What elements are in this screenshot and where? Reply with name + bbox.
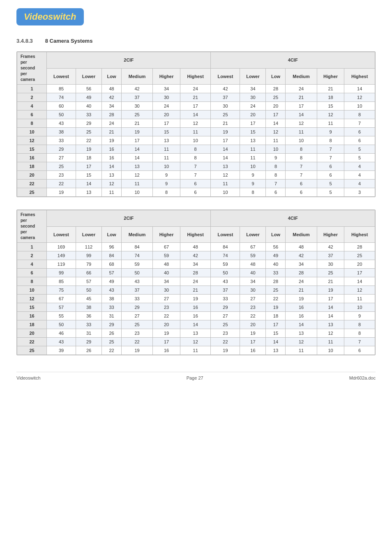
data-cell: 17: [240, 119, 266, 128]
data-cell: 84: [102, 251, 122, 260]
data-cell: 50: [121, 269, 152, 277]
table-row: 10755043373021373025211912: [17, 286, 375, 295]
data-cell: 29: [76, 119, 102, 128]
data-cell: 56: [76, 85, 102, 93]
data-cell: 19: [180, 295, 211, 303]
data-cell: 13: [317, 320, 344, 329]
data-cell: 34: [180, 260, 211, 269]
data-cell: 19: [121, 128, 152, 136]
data-cell: 28: [266, 85, 286, 93]
data-cell: 12: [317, 111, 344, 119]
data-cell: 17: [153, 338, 180, 346]
data-cell: 11: [102, 188, 122, 197]
logo-text: Videoswitch: [24, 12, 76, 22]
data-cell: 16: [180, 312, 211, 320]
data-cell: 5: [317, 180, 344, 188]
data-cell: 17: [266, 111, 286, 119]
data-cell: 25: [47, 162, 76, 171]
frame-number-cell: 12: [17, 295, 47, 303]
data-cell: 48: [180, 243, 211, 251]
data-cell: 34: [286, 260, 317, 269]
data-cell: 23: [153, 303, 180, 312]
logo-v: V: [24, 12, 30, 22]
data-cell: 33: [76, 111, 102, 119]
data-cell: 12: [344, 286, 375, 295]
data-cell: 27: [47, 154, 76, 162]
data-cell: 27: [153, 295, 180, 303]
data-cell: 18: [76, 154, 102, 162]
table-row: 2539262219161119161311106: [17, 346, 375, 355]
data-cell: 50: [76, 286, 102, 295]
table-row: 103825211915111915121196: [17, 128, 375, 136]
data-cell: 29: [102, 320, 122, 329]
footer: Videoswitch Page 27 Mdr602a.doc: [16, 372, 376, 380]
t2-col-medium2: Medium: [286, 226, 317, 243]
data-cell: 11: [240, 154, 266, 162]
data-cell: 19: [240, 329, 266, 338]
data-cell: 10: [286, 136, 317, 145]
data-cell: 67: [153, 243, 180, 251]
data-cell: 20: [240, 111, 266, 119]
data-cell: 11: [153, 154, 180, 162]
data-cell: 14: [286, 320, 317, 329]
data-cell: 21: [102, 128, 122, 136]
data-cell: 17: [76, 162, 102, 171]
data-cell: 4: [344, 180, 375, 188]
data-cell: 49: [266, 251, 286, 260]
data-cell: 37: [211, 286, 240, 295]
table-row: 6996657504028504033282517: [17, 269, 375, 277]
data-cell: 14: [286, 111, 317, 119]
data-cell: 8: [240, 188, 266, 197]
data-cell: 11: [180, 346, 211, 355]
data-cell: 59: [153, 251, 180, 260]
data-cell: 13: [121, 162, 152, 171]
data-cell: 14: [211, 154, 240, 162]
data-cell: 84: [211, 243, 240, 251]
data-cell: 42: [121, 85, 152, 93]
table2-2cif-header: 2CIF: [47, 210, 211, 227]
data-cell: 99: [76, 251, 102, 260]
data-cell: 34: [240, 277, 266, 286]
data-cell: 48: [286, 243, 317, 251]
data-cell: 30: [240, 286, 266, 295]
data-cell: 17: [211, 136, 240, 145]
data-cell: 11: [240, 145, 266, 154]
data-cell: 21: [211, 119, 240, 128]
data-cell: 11: [180, 128, 211, 136]
frame-number-cell: 1: [17, 85, 47, 93]
t1-col-lowest2: Lowest: [211, 68, 240, 85]
data-cell: 28: [180, 269, 211, 277]
data-cell: 169: [47, 243, 76, 251]
data-cell: 31: [76, 329, 102, 338]
table-row: 2222141211961197654: [17, 180, 375, 188]
data-cell: 6: [286, 188, 317, 197]
data-cell: 33: [102, 303, 122, 312]
data-cell: 38: [47, 128, 76, 136]
data-cell: 13: [153, 136, 180, 145]
data-cell: 23: [240, 303, 266, 312]
data-cell: 19: [153, 329, 180, 338]
data-cell: 43: [47, 119, 76, 128]
data-cell: 29: [47, 145, 76, 154]
data-cell: 8: [180, 145, 211, 154]
data-cell: 149: [47, 251, 76, 260]
data-cell: 8: [180, 154, 211, 162]
data-cell: 19: [211, 128, 240, 136]
data-cell: 14: [121, 154, 152, 162]
data-cell: 6: [180, 188, 211, 197]
data-cell: 8: [344, 329, 375, 338]
data-cell: 28: [102, 111, 122, 119]
table-row: 2023151312971298764: [17, 171, 375, 180]
data-cell: 42: [317, 243, 344, 251]
t2-col-lowest1: Lowest: [47, 226, 76, 243]
data-cell: 10: [211, 188, 240, 197]
t2-col-higher2: Higher: [317, 226, 344, 243]
data-cell: 12: [180, 119, 211, 128]
data-cell: 22: [76, 136, 102, 145]
data-cell: 19: [266, 303, 286, 312]
frame-number-cell: 6: [17, 111, 47, 119]
data-cell: 33: [121, 295, 152, 303]
data-cell: 7: [344, 119, 375, 128]
data-cell: 10: [317, 346, 344, 355]
data-cell: 12: [317, 329, 344, 338]
